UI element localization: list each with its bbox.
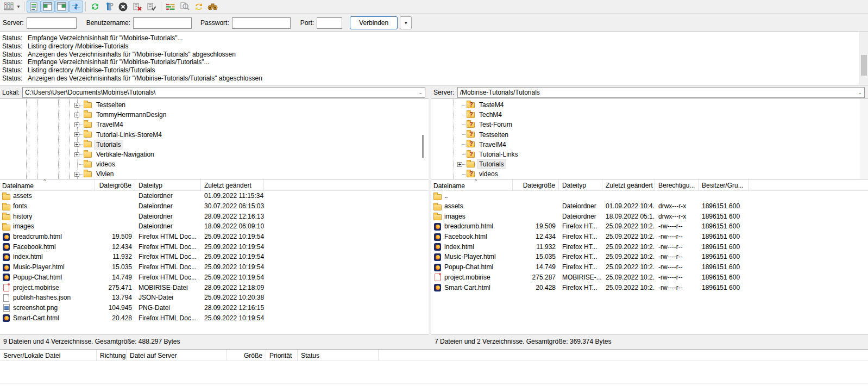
- column-header-type[interactable]: Dateityp: [559, 179, 602, 190]
- tree-item[interactable]: + Tutorials: [431, 159, 868, 169]
- file-row[interactable]: index.html 11.932 Firefox HTML Doc... 25…: [0, 252, 429, 262]
- tree-connector: [462, 105, 466, 105]
- column-header-modified[interactable]: Zuletzt geändert: [602, 179, 655, 190]
- queue-column-priority[interactable]: Priorität: [266, 350, 298, 361]
- expand-toggle-icon[interactable]: +: [74, 103, 79, 108]
- tree-item[interactable]: + Tutorials: [0, 140, 429, 150]
- remote-directory-tree[interactable]: + TasteM4 + TechM4 +: [431, 98, 868, 179]
- log-scrollbar[interactable]: [859, 32, 868, 85]
- expand-toggle-icon[interactable]: +: [74, 113, 79, 117]
- file-row[interactable]: Music-Player.html 15.035 Firefox HTML Do…: [0, 262, 429, 272]
- tree-item[interactable]: + videos: [0, 159, 429, 169]
- toggle-transfer-queue-icon[interactable]: [69, 1, 83, 13]
- filter-icon[interactable]: [163, 1, 178, 13]
- find-files-icon[interactable]: [206, 1, 220, 13]
- tree-item[interactable]: + Tutorial-Links-StoreM4: [0, 130, 429, 140]
- file-row[interactable]: project.mobirise 275.471 MOBIRISE-Datei …: [0, 282, 429, 293]
- remote-path-combobox[interactable]: /Mobirise-Tutorials/Tutorials ⌄: [457, 87, 865, 98]
- column-header-permissions[interactable]: Berechtigu...: [655, 179, 699, 190]
- port-input[interactable]: [317, 17, 342, 29]
- tree-item[interactable]: + Tutorial-Links: [431, 150, 868, 159]
- file-row[interactable]: images Dateiordner 18.09.2022 05:1... dr…: [431, 211, 868, 221]
- file-row[interactable]: Popup-Chat.html 14.749 Firefox HTML Doc.…: [0, 272, 429, 283]
- file-row[interactable]: Music-Player.html 15.035 Firefox HT... 2…: [431, 252, 868, 262]
- file-row[interactable]: history Dateiordner 28.09.2022 12:16:13: [0, 211, 429, 221]
- queue-column-file[interactable]: Server/Lokale Datei: [0, 350, 97, 361]
- expand-toggle-icon[interactable]: +: [74, 122, 79, 127]
- file-row[interactable]: fonts Dateiordner 30.07.2022 06:15:03: [0, 201, 429, 212]
- local-directory-tree[interactable]: + Testseiten + TommyHerrmannDesign +: [0, 98, 429, 179]
- local-tree-scrollbar-thumb[interactable]: [422, 135, 424, 158]
- queue-body-empty[interactable]: [0, 361, 868, 383]
- toggle-local-tree-icon[interactable]: [41, 1, 55, 13]
- tree-item[interactable]: + Test-Forum: [431, 120, 868, 129]
- log-scrollbar-thumb[interactable]: [861, 55, 867, 76]
- site-manager-icon[interactable]: [2, 1, 16, 13]
- file-row[interactable]: index.html 11.932 Firefox HT... 25.09.20…: [431, 241, 868, 252]
- local-path-combobox[interactable]: C:\Users\User\Documents\Mobirise\Tutoria…: [22, 87, 425, 98]
- expand-toggle-icon[interactable]: +: [74, 152, 79, 157]
- reconnect-icon[interactable]: [144, 1, 159, 13]
- file-row[interactable]: ..: [431, 191, 868, 201]
- file-row[interactable]: Facebook.html 12.434 Firefox HT... 25.09…: [431, 232, 868, 242]
- queue-column-remote-file[interactable]: Datei auf Server: [127, 350, 227, 361]
- expand-toggle-icon[interactable]: +: [74, 142, 79, 147]
- expand-toggle-icon[interactable]: +: [74, 172, 79, 177]
- file-row[interactable]: Facebook.html 12.434 Firefox HTML Doc...…: [0, 241, 429, 252]
- file-row[interactable]: breadcrumb.html 19.509 Firefox HT... 25.…: [431, 221, 868, 232]
- remote-tree-scrollbar[interactable]: [860, 99, 868, 179]
- toggle-message-log-icon[interactable]: [27, 1, 41, 13]
- queue-column-direction[interactable]: Richtung: [97, 350, 127, 361]
- expand-toggle-icon[interactable]: +: [74, 132, 79, 137]
- column-header-size[interactable]: Dateigröße: [95, 179, 135, 190]
- chevron-down-icon[interactable]: ⌄: [856, 90, 862, 95]
- tree-item[interactable]: + Testseiten: [431, 130, 868, 140]
- file-row[interactable]: assets Dateiordner 01.09.2022 10:4... dr…: [431, 201, 868, 212]
- connect-dropdown-icon[interactable]: ▼: [400, 16, 412, 29]
- server-input[interactable]: [27, 17, 77, 29]
- file-row[interactable]: breadcrumb.html 19.509 Firefox HTML Doc.…: [0, 232, 429, 242]
- column-header-modified[interactable]: Zuletzt geändert: [201, 179, 264, 190]
- toolbar-separator: [161, 2, 161, 11]
- process-queue-icon[interactable]: [102, 1, 116, 13]
- column-header-name[interactable]: Dateiname ^: [0, 179, 95, 190]
- site-manager-dropdown-icon[interactable]: ▼: [16, 4, 21, 9]
- tree-item[interactable]: + TravelM4: [0, 120, 429, 129]
- column-header-type[interactable]: Dateityp: [135, 179, 201, 190]
- tree-item[interactable]: + TechM4: [431, 110, 868, 120]
- queue-column-size[interactable]: Größe: [227, 350, 266, 361]
- file-row[interactable]: screenshot.png 104.945 PNG-Datei 28.09.2…: [0, 303, 429, 313]
- column-header-size[interactable]: Dateigröße: [513, 179, 559, 190]
- column-header-name[interactable]: Dateiname ^: [431, 179, 513, 190]
- expand-toggle-icon[interactable]: +: [457, 162, 462, 167]
- tree-item[interactable]: + TommyHerrmannDesign: [0, 110, 429, 120]
- tree-item[interactable]: + videos: [431, 169, 868, 179]
- file-row[interactable]: Smart-Cart.html 20.428 Firefox HT... 25.…: [431, 282, 868, 293]
- file-row[interactable]: publish-hashes.json 13.794 JSON-Datei 25…: [0, 293, 429, 303]
- queue-column-status[interactable]: Status: [298, 350, 379, 361]
- file-row[interactable]: Popup-Chat.html 14.749 Firefox HT... 25.…: [431, 262, 868, 272]
- directory-comparison-icon[interactable]: [178, 1, 192, 13]
- remote-file-list[interactable]: .. assets Dateiordner 01.09.202: [431, 191, 868, 334]
- file-row[interactable]: assets Dateiordner 01.09.2022 11:15:34: [0, 191, 429, 201]
- chevron-down-icon[interactable]: ⌄: [416, 90, 423, 95]
- tree-item[interactable]: + TasteM4: [431, 100, 868, 110]
- tree-item[interactable]: + Testseiten: [0, 100, 429, 110]
- file-row[interactable]: images Dateiordner 18.09.2022 06:09:10: [0, 221, 429, 232]
- tree-item[interactable]: + TravelM4: [431, 140, 868, 150]
- cancel-icon[interactable]: [116, 1, 130, 13]
- refresh-icon[interactable]: [88, 1, 102, 13]
- tree-item[interactable]: + Vertikale-Navigation: [0, 150, 429, 159]
- username-input[interactable]: [133, 17, 192, 29]
- column-header-owner[interactable]: Besitzer/Gru...: [699, 179, 749, 190]
- synchronized-browsing-icon[interactable]: [192, 1, 206, 13]
- tree-item[interactable]: + Vivien: [0, 169, 429, 179]
- file-size: 19.509: [95, 233, 135, 240]
- file-row[interactable]: project.mobirise 275.287 MOBIRISE-... 25…: [431, 272, 868, 283]
- toggle-remote-tree-icon[interactable]: [55, 1, 69, 13]
- file-row[interactable]: Smart-Cart.html 20.428 Firefox HTML Doc.…: [0, 313, 429, 323]
- local-file-list[interactable]: assets Dateiordner 01.09.2022 11:15:34 f…: [0, 191, 429, 334]
- connect-button[interactable]: Verbinden: [350, 16, 398, 29]
- disconnect-icon[interactable]: [130, 1, 144, 13]
- password-input[interactable]: [232, 17, 291, 29]
